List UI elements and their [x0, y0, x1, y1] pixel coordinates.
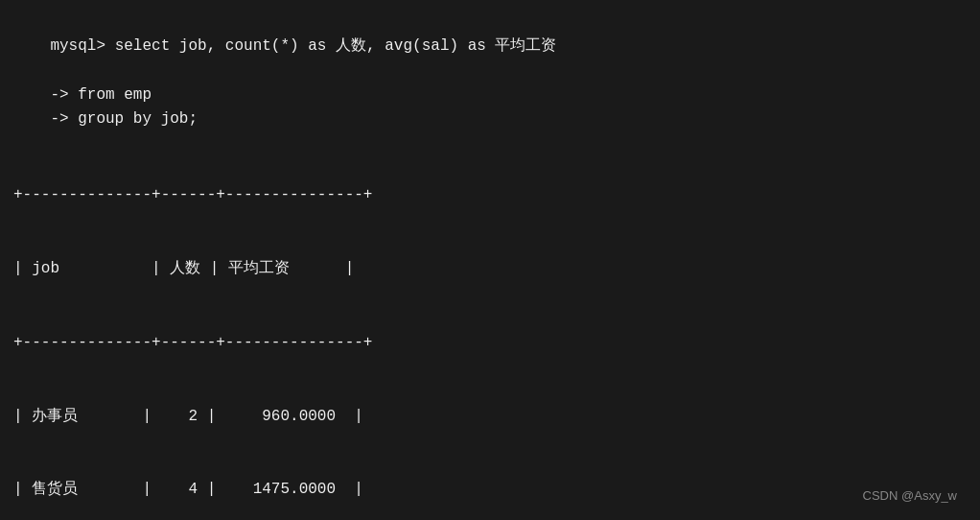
watermark: CSDN @Asxy_w	[863, 488, 957, 503]
query-line-3: -> group by job;	[13, 107, 967, 132]
table-row: | 办事员 | 2 | 960.0000 |	[13, 405, 967, 430]
query-line-1: mysql> select job, count(*) as 人数, avg(s…	[13, 10, 967, 83]
table-separator-top: +--------------+------+---------------+	[13, 183, 967, 208]
table-output: +--------------+------+---------------+ …	[13, 134, 967, 520]
query-line-2: -> from emp	[13, 83, 967, 108]
mysql-prompt: mysql>	[50, 37, 114, 55]
table-separator-header: +--------------+------+---------------+	[13, 331, 967, 356]
table-row: | 售货员 | 4 | 1475.0000 |	[13, 478, 967, 503]
terminal-window: mysql> select job, count(*) as 人数, avg(s…	[13, 10, 967, 510]
query-text-1: select job, count(*) as 人数, avg(sal) as …	[115, 37, 557, 55]
table-header: | job | 人数 | 平均工资 |	[13, 257, 967, 282]
